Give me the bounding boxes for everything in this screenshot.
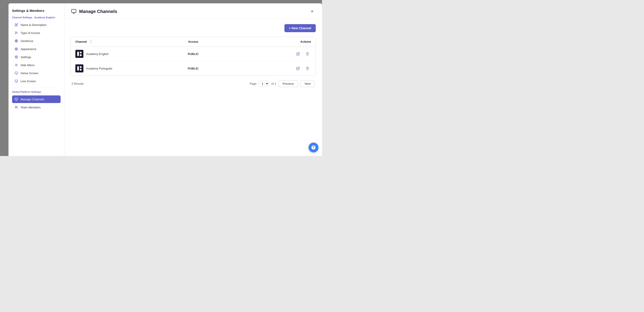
- modal-title: Manage Channels: [79, 9, 117, 14]
- svg-rect-15: [15, 98, 18, 100]
- previous-button[interactable]: Previous: [278, 80, 298, 87]
- svg-point-6: [16, 48, 17, 50]
- close-button[interactable]: ×: [308, 8, 316, 15]
- column-actions: Actions: [232, 39, 311, 44]
- edit-button-1[interactable]: [294, 50, 302, 57]
- svg-rect-24: [80, 54, 82, 56]
- page-label: Page: [250, 82, 256, 85]
- appearance-icon: [14, 47, 18, 51]
- sidebar-item-label: Live Screen: [20, 80, 36, 83]
- sidebar-item-label: Team Members: [20, 106, 41, 109]
- sidebar-divider: [12, 88, 60, 88]
- home-screen-icon: [14, 71, 18, 75]
- sidebar-item-type-of-access[interactable]: Type of Access: [12, 29, 60, 37]
- column-channel: Channel ⋮: [75, 39, 154, 44]
- sidebar-item-label: Type of Access: [20, 31, 40, 35]
- access-badge-2: PUBLIC: [188, 67, 198, 70]
- svg-point-18: [16, 106, 16, 107]
- sidebar-item-manage-channels[interactable]: Manage Channels: [12, 95, 60, 103]
- svg-rect-22: [77, 52, 79, 56]
- globe-icon: [14, 39, 18, 43]
- svg-point-0: [16, 32, 16, 33]
- svg-rect-23: [80, 52, 82, 53]
- svg-rect-19: [72, 9, 76, 12]
- results-count: 2 Results: [72, 82, 84, 85]
- live-screen-icon: [14, 79, 18, 83]
- channel-nav-list: Name & Description Type of Access Geofen…: [12, 21, 60, 85]
- monitor-icon: [14, 97, 18, 101]
- gear-icon: [14, 55, 18, 59]
- actions-cell-2: [232, 65, 311, 72]
- column-access: Access: [154, 39, 232, 44]
- sidebar-item-label: Settings: [20, 55, 31, 59]
- table-header: Channel ⋮ Access Actions: [71, 37, 316, 47]
- sidebar-item-side-menu[interactable]: Side Menu: [12, 61, 60, 69]
- svg-rect-11: [15, 72, 18, 74]
- channel-name-1: Academy English: [86, 52, 108, 56]
- manage-channels-modal: Settings & Members Channel Settings - Ac…: [8, 3, 322, 156]
- of-label: of 1: [271, 82, 276, 85]
- team-icon: [14, 105, 18, 109]
- column-menu-icon[interactable]: ⋮: [88, 39, 94, 44]
- actions-cell-1: [232, 50, 311, 57]
- channels-table: Channel ⋮ Access Actions: [71, 37, 316, 76]
- support-bubble[interactable]: [308, 143, 318, 152]
- sidebar-item-label: Manage Channels: [20, 98, 44, 101]
- sidebar-item-label: Geofence: [20, 39, 33, 43]
- sidebar-item-settings[interactable]: Settings: [12, 53, 60, 61]
- edit-button-2[interactable]: [294, 65, 302, 72]
- access-cell-2: PUBLIC: [154, 67, 232, 70]
- user-plus-icon: [14, 31, 18, 35]
- svg-rect-14: [15, 80, 18, 82]
- modal-main: Manage Channels × + New Channel Channel …: [64, 3, 322, 156]
- modal-sidebar: Settings & Members Channel Settings - Ac…: [8, 3, 64, 156]
- table-row: Academy Português PUBLIC: [71, 61, 316, 75]
- modal-header: Manage Channels ×: [64, 3, 322, 19]
- sidebar-item-label: Side Menu: [20, 63, 34, 67]
- menu-icon: [14, 63, 18, 67]
- svg-point-7: [16, 56, 17, 57]
- delete-button-2[interactable]: [304, 65, 311, 72]
- sidebar-item-geofence[interactable]: Geofence: [12, 37, 60, 45]
- channel-settings-label: Channel Settings - Academy English:: [12, 16, 60, 19]
- next-button[interactable]: Next: [300, 80, 315, 87]
- global-nav-list: Manage Channels Team Members: [12, 95, 60, 111]
- channel-cell-1: Academy English: [75, 50, 154, 58]
- pagination-right: Page 1 of 1 Previous Next: [250, 80, 315, 87]
- channel-logo-1: [75, 50, 84, 58]
- pagination: 2 Results Page 1 of 1 Previous Next: [71, 80, 316, 87]
- sidebar-item-name-description[interactable]: Name & Description: [12, 21, 60, 29]
- channel-name-2: Academy Português: [86, 67, 112, 70]
- svg-rect-26: [80, 66, 82, 68]
- modal-content: + New Channel Channel ⋮ Access Actions: [64, 19, 322, 156]
- channel-cell-2: Academy Português: [75, 64, 154, 72]
- new-channel-button[interactable]: + New Channel: [284, 24, 316, 32]
- sidebar-item-team-members[interactable]: Team Members: [12, 103, 60, 111]
- sidebar-item-appearance[interactable]: Appearance: [12, 45, 60, 53]
- table-row: Academy English PUBLIC: [71, 47, 316, 61]
- channel-logo-2: [75, 64, 84, 72]
- global-settings-label: Global Platform Settings:: [12, 90, 60, 93]
- edit-icon: [14, 23, 18, 27]
- access-cell-1: PUBLIC: [154, 52, 232, 56]
- svg-rect-25: [77, 66, 79, 70]
- access-badge-1: PUBLIC: [188, 52, 198, 56]
- svg-rect-27: [80, 69, 82, 70]
- sidebar-item-label: Home Screen: [20, 71, 38, 75]
- page-select[interactable]: 1: [259, 81, 269, 87]
- modal-title-icon: [71, 8, 77, 14]
- sidebar-item-label: Name & Description: [20, 23, 46, 26]
- sidebar-item-live-screen[interactable]: Live Screen: [12, 77, 60, 85]
- sidebar-item-label: Appearance: [20, 47, 36, 51]
- delete-button-1[interactable]: [304, 50, 311, 57]
- sidebar-item-home-screen[interactable]: Home Screen: [12, 69, 60, 77]
- sidebar-title: Settings & Members: [12, 9, 60, 12]
- modal-header-left: Manage Channels: [71, 8, 117, 14]
